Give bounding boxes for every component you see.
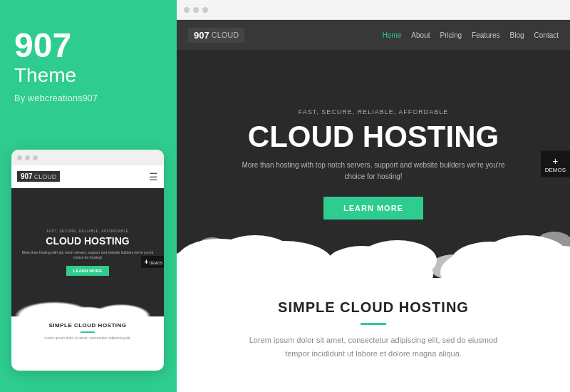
desktop-nav: 907 CLOUD Home About Pricing Features Bl… bbox=[177, 20, 570, 50]
mobile-nav: 907 CLOUD ☰ bbox=[11, 165, 164, 188]
desktop-logo-cloud: CLOUD bbox=[212, 31, 239, 39]
desktop-dot-3 bbox=[202, 7, 208, 13]
nav-link-contact[interactable]: Contact bbox=[534, 31, 559, 39]
mobile-cloud-decoration bbox=[11, 288, 164, 316]
left-panel: 907 Theme By webcreations907 907 CLOUD ☰… bbox=[0, 0, 177, 392]
mobile-hero-title: CLOUD HOSTING bbox=[46, 236, 129, 247]
desktop-logo: 907 CLOUD bbox=[188, 28, 244, 43]
desktop-bottom-title: SIMPLE CLOUD HOSTING bbox=[191, 299, 556, 316]
theme-author: By webcreations907 bbox=[14, 93, 162, 103]
mobile-logo-cloud: CLOUD bbox=[34, 173, 57, 180]
mobile-demos-label: DEMOS bbox=[150, 261, 162, 265]
desktop-preview: 907 CLOUD Home About Pricing Features Bl… bbox=[177, 0, 570, 392]
mobile-logo: 907 CLOUD bbox=[17, 171, 60, 182]
mobile-hero-tagline: FAST, SECURE, RELIABLE, AFFORDABLE bbox=[46, 229, 128, 233]
desktop-demos-plus: + bbox=[545, 155, 566, 167]
nav-link-features[interactable]: Features bbox=[472, 31, 499, 39]
svg-point-6 bbox=[358, 240, 437, 278]
desktop-logo-907: 907 bbox=[194, 30, 209, 41]
mobile-bottom-section: SIMPLE CLOUD HOSTING Lorem ipsum dolor s… bbox=[11, 316, 164, 346]
nav-link-about[interactable]: About bbox=[411, 31, 430, 39]
desktop-nav-links: Home About Pricing Features Blog Contact bbox=[383, 31, 559, 39]
mobile-hero: FAST, SECURE, RELIABLE, AFFORDABLE CLOUD… bbox=[11, 188, 164, 316]
mobile-cta-button[interactable]: LEARN MORE bbox=[66, 266, 109, 276]
desktop-bottom-divider bbox=[361, 323, 386, 325]
mobile-bottom-divider bbox=[81, 331, 95, 333]
mobile-bottom-text: Lorem ipsum dolor sit amet, consectetur … bbox=[17, 336, 158, 341]
mobile-preview-card: 907 CLOUD ☰ FAST, SECURE, RELIABLE, AFFO… bbox=[11, 150, 164, 371]
nav-link-blog[interactable]: Blog bbox=[510, 31, 524, 39]
mobile-bottom-title: SIMPLE CLOUD HOSTING bbox=[17, 322, 158, 329]
desktop-cta-button[interactable]: LEARN MORE bbox=[323, 197, 423, 220]
mobile-logo-907: 907 bbox=[21, 172, 33, 180]
desktop-dot-1 bbox=[184, 7, 190, 13]
desktop-bottom-text: Lorem ipsum dolor sit amet, consectetur … bbox=[238, 334, 509, 360]
mobile-dot-1 bbox=[17, 155, 22, 160]
mobile-dot-2 bbox=[25, 155, 30, 160]
desktop-dot-2 bbox=[193, 7, 199, 13]
mobile-hero-sub: More than hosting with top notch servers… bbox=[11, 250, 164, 260]
desktop-demos-label: DEMOS bbox=[545, 167, 566, 173]
desktop-bottom-section: SIMPLE CLOUD HOSTING Lorem ipsum dolor s… bbox=[177, 278, 570, 374]
svg-point-14 bbox=[198, 237, 227, 254]
hamburger-icon[interactable]: ☰ bbox=[149, 171, 158, 182]
desktop-hero-sub: More than hosting with top notch servers… bbox=[177, 160, 570, 182]
desktop-hero: FAST, SECURE, RELIABLE, AFFORDABLE CLOUD… bbox=[177, 50, 570, 278]
desktop-browser-chrome bbox=[177, 0, 570, 20]
mobile-browser-chrome bbox=[11, 150, 164, 165]
nav-link-home[interactable]: Home bbox=[383, 31, 402, 39]
desktop-demos-badge[interactable]: + DEMOS bbox=[541, 151, 570, 177]
desktop-hero-tagline: FAST, SECURE, RELIABLE, AFFORDABLE bbox=[299, 108, 449, 115]
theme-number: 907 bbox=[14, 29, 162, 63]
theme-label: Theme bbox=[14, 64, 162, 87]
desktop-hero-title: CLOUD HOSTING bbox=[248, 121, 499, 153]
mobile-dot-3 bbox=[33, 155, 38, 160]
nav-link-pricing[interactable]: Pricing bbox=[440, 31, 462, 39]
